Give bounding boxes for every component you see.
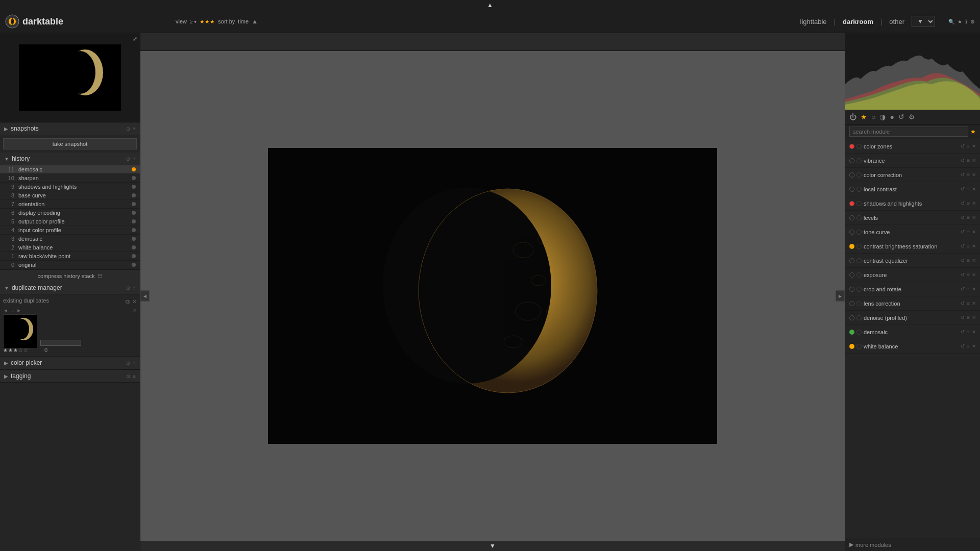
history-item[interactable]: 5 output color profile bbox=[0, 217, 140, 226]
module-item[interactable]: demosaic ↺ ≡ ✕ bbox=[845, 325, 980, 339]
module-preset-icon[interactable]: ≡ bbox=[967, 215, 970, 220]
module-preset-icon[interactable]: ≡ bbox=[967, 286, 970, 292]
module-preset-icon[interactable]: ≡ bbox=[967, 272, 970, 278]
module-reset-icon[interactable]: ↺ bbox=[961, 229, 965, 235]
dup-icon-menu[interactable]: ≡ bbox=[133, 285, 136, 291]
nav-other[interactable]: other bbox=[885, 16, 909, 28]
bottom-arrow[interactable]: ▼ bbox=[140, 541, 845, 551]
module-delete-icon[interactable]: ✕ bbox=[972, 315, 976, 320]
module-item[interactable]: contrast equalizer ↺ ≡ ✕ bbox=[845, 254, 980, 268]
icon-info[interactable]: ℹ bbox=[965, 19, 967, 24]
module-item[interactable]: shadows and highlights ↺ ≡ ✕ bbox=[845, 196, 980, 211]
module-reset-icon[interactable]: ↺ bbox=[961, 258, 965, 263]
module-reset-icon[interactable]: ↺ bbox=[961, 272, 965, 278]
sort-arrow[interactable]: ▲ bbox=[252, 18, 258, 25]
module-preset-icon[interactable]: ≡ bbox=[967, 300, 970, 306]
module-item[interactable]: crop and rotate ↺ ≡ ✕ bbox=[845, 282, 980, 296]
module-reset-icon[interactable]: ↺ bbox=[961, 243, 965, 249]
module-reset-icon[interactable]: ↺ bbox=[961, 186, 965, 192]
module-icon-power[interactable]: ⏻ bbox=[849, 113, 856, 121]
search-star-icon[interactable]: ★ bbox=[970, 128, 976, 135]
module-reset-icon[interactable]: ↺ bbox=[961, 343, 965, 349]
search-module-input[interactable] bbox=[849, 127, 968, 137]
history-item[interactable]: 4 input color profile bbox=[0, 226, 140, 235]
history-item[interactable]: 0 original bbox=[0, 261, 140, 269]
module-preset-icon[interactable]: ≡ bbox=[967, 158, 970, 163]
module-preset-icon[interactable]: ≡ bbox=[967, 315, 970, 320]
collapse-left-button[interactable]: ◄ bbox=[140, 291, 150, 302]
module-reset-icon[interactable]: ↺ bbox=[961, 172, 965, 178]
module-delete-icon[interactable]: ✕ bbox=[972, 329, 976, 335]
nav-other-dropdown[interactable]: ▼ bbox=[912, 16, 935, 27]
module-icon-gear[interactable]: ⚙ bbox=[909, 113, 915, 121]
expand-icon[interactable]: ⤢ bbox=[133, 36, 137, 42]
module-icon-circle[interactable]: ○ bbox=[871, 113, 875, 121]
dup-left-icon[interactable]: ◄ bbox=[3, 308, 8, 313]
history-item[interactable]: 8 base curve bbox=[0, 191, 140, 200]
more-modules-button[interactable]: ▶ more modules bbox=[845, 538, 980, 551]
history-item[interactable]: 10 sharpen bbox=[0, 174, 140, 183]
top-panel-arrow[interactable]: ▲ bbox=[0, 0, 980, 10]
module-item[interactable]: white balance ↺ ≡ ✕ bbox=[845, 339, 980, 354]
tagging-header[interactable]: ▶ tagging ⊙ ≡ bbox=[0, 370, 140, 383]
module-reset-icon[interactable]: ↺ bbox=[961, 143, 965, 149]
module-item[interactable]: denoise (profiled) ↺ ≡ ✕ bbox=[845, 311, 980, 325]
module-delete-icon[interactable]: ✕ bbox=[972, 258, 976, 263]
module-item[interactable]: color zones ↺ ≡ ✕ bbox=[845, 139, 980, 154]
history-item[interactable]: 9 shadows and highlights bbox=[0, 183, 140, 191]
module-preset-icon[interactable]: ≡ bbox=[967, 186, 970, 192]
module-delete-icon[interactable]: ✕ bbox=[972, 243, 976, 249]
history-header[interactable]: ▼ history ⊙ ≡ bbox=[0, 153, 140, 165]
nav-lighttable[interactable]: lighttable bbox=[796, 16, 831, 28]
icon-settings[interactable]: ⚙ bbox=[970, 19, 975, 24]
module-icon-filledcircle[interactable]: ● bbox=[890, 113, 894, 121]
module-delete-icon[interactable]: ✕ bbox=[972, 172, 976, 178]
module-delete-icon[interactable]: ✕ bbox=[972, 201, 976, 206]
compress-button[interactable]: compress history stack ⊟ bbox=[0, 269, 140, 282]
module-icon-halfcircle[interactable]: ◑ bbox=[879, 113, 886, 121]
module-preset-icon[interactable]: ≡ bbox=[967, 329, 970, 335]
icon-search[interactable]: 🔍 bbox=[948, 19, 954, 24]
module-reset-icon[interactable]: ↺ bbox=[961, 201, 965, 206]
history-item[interactable]: 2 white balance bbox=[0, 243, 140, 252]
tag-icon-menu[interactable]: ≡ bbox=[133, 373, 136, 379]
module-preset-icon[interactable]: ≡ bbox=[967, 229, 970, 235]
module-item[interactable]: tone curve ↺ ≡ ✕ bbox=[845, 225, 980, 239]
color-picker-header[interactable]: ▶ color picker ⊙ ≡ bbox=[0, 357, 140, 369]
view-dropdown-icon[interactable]: ≥ ▾ bbox=[190, 19, 197, 24]
dup-copy-icon[interactable]: ⧉ bbox=[126, 298, 130, 305]
snapshots-icon-pin[interactable]: ⊙ bbox=[126, 126, 130, 132]
module-reset-icon[interactable]: ↺ bbox=[961, 215, 965, 220]
module-delete-icon[interactable]: ✕ bbox=[972, 300, 976, 306]
history-item[interactable]: 11 demosaic bbox=[0, 165, 140, 174]
module-item[interactable]: exposure ↺ ≡ ✕ bbox=[845, 268, 980, 282]
dup-delete-icon[interactable]: ✕ bbox=[132, 298, 137, 305]
history-item[interactable]: 6 display encoding bbox=[0, 209, 140, 217]
cp-icon-pin[interactable]: ⊙ bbox=[126, 360, 130, 366]
module-delete-icon[interactable]: ✕ bbox=[972, 343, 976, 349]
module-delete-icon[interactable]: ✕ bbox=[972, 215, 976, 220]
take-snapshot-button[interactable]: take snapshot bbox=[3, 138, 137, 149]
module-reset-icon[interactable]: ↺ bbox=[961, 315, 965, 320]
module-item[interactable]: levels ↺ ≡ ✕ bbox=[845, 211, 980, 225]
history-icon-menu[interactable]: ≡ bbox=[133, 156, 136, 162]
history-item[interactable]: 3 demosaic bbox=[0, 235, 140, 243]
snapshots-header[interactable]: ▶ snapshots ⊙ ≡ bbox=[0, 122, 140, 135]
view-label[interactable]: view bbox=[176, 18, 187, 24]
sort-value[interactable]: time bbox=[238, 18, 249, 24]
module-item[interactable]: color correction ↺ ≡ ✕ bbox=[845, 168, 980, 182]
module-reset-icon[interactable]: ↺ bbox=[961, 158, 965, 163]
module-delete-icon[interactable]: ✕ bbox=[972, 143, 976, 149]
module-item[interactable]: local contrast ↺ ≡ ✕ bbox=[845, 182, 980, 196]
module-reset-icon[interactable]: ↺ bbox=[961, 286, 965, 292]
module-preset-icon[interactable]: ≡ bbox=[967, 243, 970, 249]
collapse-right-button[interactable]: ► bbox=[836, 291, 845, 302]
module-preset-icon[interactable]: ≡ bbox=[967, 143, 970, 149]
module-delete-icon[interactable]: ✕ bbox=[972, 186, 976, 192]
module-preset-icon[interactable]: ≡ bbox=[967, 201, 970, 206]
cp-icon-menu[interactable]: ≡ bbox=[133, 360, 136, 366]
module-item[interactable]: contrast brightness saturation ↺ ≡ ✕ bbox=[845, 239, 980, 254]
nav-darkroom[interactable]: darkroom bbox=[839, 16, 877, 28]
module-delete-icon[interactable]: ✕ bbox=[972, 158, 976, 163]
module-delete-icon[interactable]: ✕ bbox=[972, 272, 976, 278]
